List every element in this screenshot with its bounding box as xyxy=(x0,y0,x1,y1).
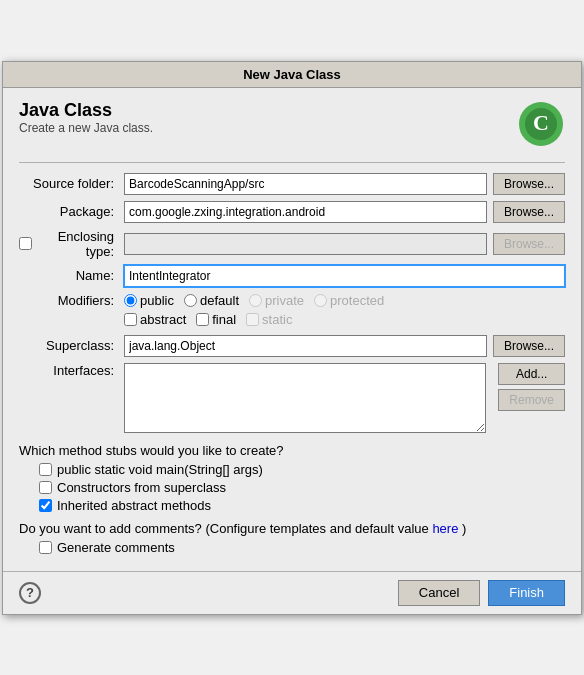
enclosing-type-input[interactable] xyxy=(124,233,487,255)
access-modifiers-group: public default private protected xyxy=(124,293,384,308)
modifier-public-label[interactable]: public xyxy=(124,293,174,308)
eclipse-logo-icon: C xyxy=(517,100,565,148)
interfaces-buttons: Add... Remove xyxy=(492,363,565,411)
header-text: Java Class Create a new Java class. xyxy=(19,100,153,135)
header-divider xyxy=(19,162,565,163)
comments-section: Do you want to add comments? (Configure … xyxy=(19,521,565,555)
stubs-main-checkbox[interactable] xyxy=(39,463,52,476)
modifier-static-checkbox xyxy=(246,313,259,326)
dialog-footer: ? Cancel Finish xyxy=(3,571,581,614)
cancel-button[interactable]: Cancel xyxy=(398,580,480,606)
modifier-abstract-label[interactable]: abstract xyxy=(124,312,186,327)
superclass-input[interactable] xyxy=(124,335,487,357)
stubs-inherited-checkbox[interactable] xyxy=(39,499,52,512)
interfaces-label: Interfaces: xyxy=(19,363,124,378)
name-input[interactable] xyxy=(124,265,565,287)
header-subtitle: Create a new Java class. xyxy=(19,121,153,135)
enclosing-type-row: Enclosing type: Browse... xyxy=(19,229,565,259)
interfaces-row: Interfaces: Add... Remove xyxy=(19,363,565,433)
modifier-final-checkbox[interactable] xyxy=(196,313,209,326)
stubs-question: Which method stubs would you like to cre… xyxy=(19,443,565,458)
source-folder-input[interactable] xyxy=(124,173,487,195)
superclass-label: Superclass: xyxy=(19,338,124,353)
enclosing-type-browse-button: Browse... xyxy=(493,233,565,255)
superclass-browse-button[interactable]: Browse... xyxy=(493,335,565,357)
modifier-protected-radio xyxy=(314,294,327,307)
package-browse-button[interactable]: Browse... xyxy=(493,201,565,223)
package-label: Package: xyxy=(19,204,124,219)
footer-right: Cancel Finish xyxy=(398,580,565,606)
interfaces-remove-button[interactable]: Remove xyxy=(498,389,565,411)
stubs-constructors-checkbox[interactable] xyxy=(39,481,52,494)
stubs-inherited-label: Inherited abstract methods xyxy=(57,498,211,513)
dialog-body: Java Class Create a new Java class. C So… xyxy=(3,88,581,571)
enclosing-type-checkbox[interactable] xyxy=(19,237,32,250)
package-row: Package: Browse... xyxy=(19,201,565,223)
name-label: Name: xyxy=(19,268,124,283)
modifier-private-label: private xyxy=(249,293,304,308)
superclass-row: Superclass: Browse... xyxy=(19,335,565,357)
new-java-class-dialog: New Java Class Java Class Create a new J… xyxy=(2,61,582,615)
modifier-default-radio[interactable] xyxy=(184,294,197,307)
dialog-title: New Java Class xyxy=(243,67,341,82)
help-button[interactable]: ? xyxy=(19,582,41,604)
modifier-default-label[interactable]: default xyxy=(184,293,239,308)
comments-generate-label: Generate comments xyxy=(57,540,175,555)
header-section: Java Class Create a new Java class. C xyxy=(19,100,565,148)
stubs-section: Which method stubs would you like to cre… xyxy=(19,443,565,513)
modifiers-access-row: Modifiers: public default private protec… xyxy=(19,293,565,308)
svg-text:C: C xyxy=(533,110,549,135)
footer-left: ? xyxy=(19,582,41,604)
modifier-abstract-checkbox[interactable] xyxy=(124,313,137,326)
stubs-main-label: public static void main(String[] args) xyxy=(57,462,263,477)
modifiers-other-row: abstract final static xyxy=(124,312,565,327)
source-folder-row: Source folder: Browse... xyxy=(19,173,565,195)
modifier-protected-label: protected xyxy=(314,293,384,308)
stubs-main-item: public static void main(String[] args) xyxy=(39,462,565,477)
modifier-public-radio[interactable] xyxy=(124,294,137,307)
interfaces-list[interactable] xyxy=(124,363,486,433)
comments-generate-checkbox[interactable] xyxy=(39,541,52,554)
comments-question: Do you want to add comments? (Configure … xyxy=(19,521,565,536)
finish-button[interactable]: Finish xyxy=(488,580,565,606)
header-title: Java Class xyxy=(19,100,153,121)
modifier-static-label: static xyxy=(246,312,292,327)
modifier-final-label[interactable]: final xyxy=(196,312,236,327)
source-folder-label: Source folder: xyxy=(19,176,124,191)
name-row: Name: xyxy=(19,265,565,287)
interfaces-add-button[interactable]: Add... xyxy=(498,363,565,385)
comments-configure-link[interactable]: here xyxy=(432,521,458,536)
enclosing-type-label: Enclosing type: xyxy=(19,229,124,259)
comments-generate-item: Generate comments xyxy=(39,540,565,555)
stubs-constructors-label: Constructors from superclass xyxy=(57,480,226,495)
modifiers-label: Modifiers: xyxy=(19,293,124,308)
package-input[interactable] xyxy=(124,201,487,223)
stubs-inherited-item: Inherited abstract methods xyxy=(39,498,565,513)
stubs-constructors-item: Constructors from superclass xyxy=(39,480,565,495)
dialog-title-bar: New Java Class xyxy=(3,62,581,88)
source-folder-browse-button[interactable]: Browse... xyxy=(493,173,565,195)
modifier-private-radio xyxy=(249,294,262,307)
